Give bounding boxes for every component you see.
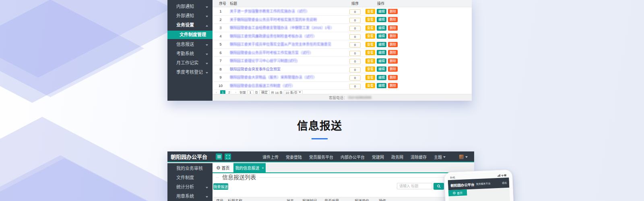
document-title-link[interactable]: 关于进一步加强警示教育工作的实施办法（试行） [230, 7, 346, 15]
view-button[interactable]: 查看 [365, 66, 375, 72]
sidebar-item-monthly-record[interactable]: 月工作记实 [167, 58, 213, 68]
view-button[interactable]: 查看 [365, 75, 375, 80]
delete-button[interactable]: 删除 [388, 83, 398, 88]
sidebar-item-label: 用章系统 [176, 194, 194, 199]
edit-button[interactable]: 编辑 [377, 75, 386, 80]
table-row: 1 关于进一步加强警示教育工作的实施办法（试行） 查看编辑删除 [213, 7, 398, 16]
service-footer: 客服电话： 010-62962666 [213, 94, 472, 101]
sort-input[interactable] [349, 67, 361, 73]
edit-button[interactable]: 编辑 [377, 33, 386, 39]
edit-button[interactable]: 编辑 [377, 50, 386, 55]
sidebar-item-info-report[interactable]: 信息报送 [167, 40, 213, 49]
sort-input[interactable] [349, 34, 361, 39]
phone-logout-link: 退出 [502, 181, 507, 185]
document-title-link[interactable]: 朝阳园管委会公务员平时考核工作实施方案（试行） [230, 49, 346, 57]
sort-input[interactable] [349, 84, 361, 89]
edit-button[interactable]: 编辑 [377, 66, 386, 72]
edit-button[interactable]: 编辑 [377, 25, 386, 31]
view-button[interactable]: 查看 [365, 58, 375, 64]
row-number: 6 [213, 49, 229, 57]
theme-dropdown[interactable]: 主题 [434, 154, 446, 160]
row-number: 5 [213, 40, 229, 48]
sidebar-item-file-system[interactable]: 文件制度 [167, 173, 213, 182]
table-panel: 序号 标题 排序 操作 1 关于进一步加强警示教育工作的实施办法（试行） 查看编… [213, 0, 472, 101]
table-row: 9 朝阳园管委会大宗物品（服务）采购管理办法（试行） 查看编辑删除 [213, 73, 398, 82]
delete-button[interactable]: 删除 [388, 17, 398, 22]
document-title-link[interactable]: 朝阳园管委会信息报送工作制度（试行） [230, 82, 346, 90]
nav-party-committee-login[interactable]: 党委登陆 [286, 154, 302, 160]
edit-button[interactable]: 编辑 [377, 58, 386, 64]
sidebar-item-business-settings[interactable]: 业务设置 [167, 21, 213, 30]
tab-my-info-report[interactable]: 我的信息报送 × [233, 163, 266, 172]
collapse-menu-button[interactable] [216, 153, 222, 160]
nav-party-member-platform[interactable]: 党员服务平台 [309, 154, 333, 160]
edit-button[interactable]: 编辑 [377, 9, 386, 14]
sort-input[interactable] [349, 26, 361, 31]
phone-app-logo: 朝阳园办公平台 [450, 182, 475, 188]
delete-button[interactable]: 删除 [388, 25, 398, 31]
sidebar-item-file-system-management[interactable]: 文件制度管理 [167, 31, 213, 39]
search-button[interactable] [433, 183, 444, 190]
sidebar: 我的业务审核 文件制度 统计分析 用章系统 [167, 163, 213, 201]
delete-button[interactable]: 删除 [388, 75, 398, 80]
fullscreen-button[interactable] [225, 153, 231, 160]
edit-button[interactable]: 编辑 [377, 83, 386, 88]
report-button[interactable]: 我要报送 [213, 183, 228, 190]
nav-party-building-site[interactable]: 党建网 [372, 154, 384, 160]
sort-input[interactable] [349, 59, 361, 64]
sort-input[interactable] [349, 42, 361, 48]
close-icon[interactable]: × [262, 166, 264, 170]
sort-input[interactable] [349, 75, 361, 81]
document-title-link[interactable]: 朝阳园管委会突发事件应急预案 [230, 65, 346, 73]
nav-internal-office-platform[interactable]: 内部办公平台 [341, 154, 365, 160]
sidebar-item-label: 季度考核登记 [176, 70, 203, 75]
sidebar-item-label: 外部通知 [176, 13, 194, 18]
col-adopted: 是否采用 [324, 197, 339, 201]
file-management-window: 内部通知 外部通知 业务设置 文件制度管理 信息报送 考勤系统 月工作记实 季度… [167, 0, 472, 101]
phone-app-header: 朝阳园办公平台 党员服务平台 退出 [448, 178, 510, 191]
sort-input[interactable] [349, 18, 361, 23]
sort-input[interactable] [349, 51, 361, 56]
sidebar-item-seal-system[interactable]: 用章系统 [167, 192, 213, 201]
document-title-link[interactable]: 朝阳园管委会工会经费收支管理办法（中朝管工发〔2016〕1号） [230, 24, 346, 32]
view-button[interactable]: 查看 [365, 25, 375, 31]
view-button[interactable]: 查看 [365, 42, 375, 47]
sidebar-item-internal-notice[interactable]: 内部通知 [167, 2, 213, 11]
view-button[interactable]: 查看 [365, 17, 375, 22]
view-button[interactable]: 查看 [365, 9, 375, 14]
sidebar-item-statistics[interactable]: 统计分析 [167, 182, 213, 192]
view-button[interactable]: 查看 [365, 50, 375, 55]
sidebar-item-attendance[interactable]: 考勤系统 [167, 49, 213, 58]
nav-clear-cache[interactable]: 清除缓存 [411, 154, 427, 160]
view-button[interactable]: 查看 [365, 33, 375, 39]
report-table-header: 序号 标题名称 状态 报送时间 是否采用 报送单位 操作 [213, 197, 473, 201]
document-title-link[interactable]: 关于朝阳园管委会公务员平时考核实施方案的补充说明 [230, 16, 346, 24]
sidebar-item-my-business-review[interactable]: 我的业务审核 [167, 164, 213, 173]
sidebar-item-external-notice[interactable]: 外部通知 [167, 11, 213, 21]
showcase-page: { "colors": { "accent_teal": "#0ba394", … [0, 0, 644, 201]
nav-gov-site[interactable]: 政务网 [391, 154, 403, 160]
view-button[interactable]: 查看 [365, 83, 375, 88]
delete-button[interactable]: 删除 [388, 33, 398, 39]
phone-home-tab-label: 首页 [457, 191, 462, 195]
delete-button[interactable]: 删除 [388, 66, 398, 72]
table-row: 3 朝阳园管委会工会经费收支管理办法（中朝管工发〔2016〕1号） 查看编辑删除 [213, 24, 398, 32]
table-row: 2 关于朝阳园管委会公务员平时考核实施方案的补充说明 查看编辑删除 [213, 16, 398, 24]
delete-button[interactable]: 删除 [388, 42, 398, 47]
delete-button[interactable]: 删除 [388, 58, 398, 64]
document-title-link[interactable]: 朝阳园管委会大宗物品（服务）采购管理办法（试行） [230, 73, 346, 81]
edit-button[interactable]: 编辑 [377, 17, 386, 22]
delete-button[interactable]: 删除 [388, 9, 398, 14]
edit-button[interactable]: 编辑 [377, 42, 386, 47]
tab-home[interactable]: 首页 [213, 163, 233, 172]
sidebar-item-quarterly-assessment[interactable]: 季度考核登记 [167, 68, 213, 77]
document-title-link[interactable]: 朝阳园工委党风廉政建设责任制检查考核办法（试行） [230, 32, 346, 40]
search-input[interactable] [397, 183, 432, 189]
user-avatar [459, 155, 464, 159]
document-title-link[interactable]: 朝阳园工委关于成员单位落实全面从严治党主体责任的实施意见 [230, 40, 346, 48]
user-menu[interactable] [459, 155, 468, 159]
sort-input[interactable] [349, 9, 361, 15]
nav-courseware-upload[interactable]: 课件上传 [262, 154, 279, 160]
delete-button[interactable]: 删除 [388, 50, 398, 55]
document-title-link[interactable]: 朝阳园工委理论学习中心组学习制度(试行) [230, 57, 346, 65]
